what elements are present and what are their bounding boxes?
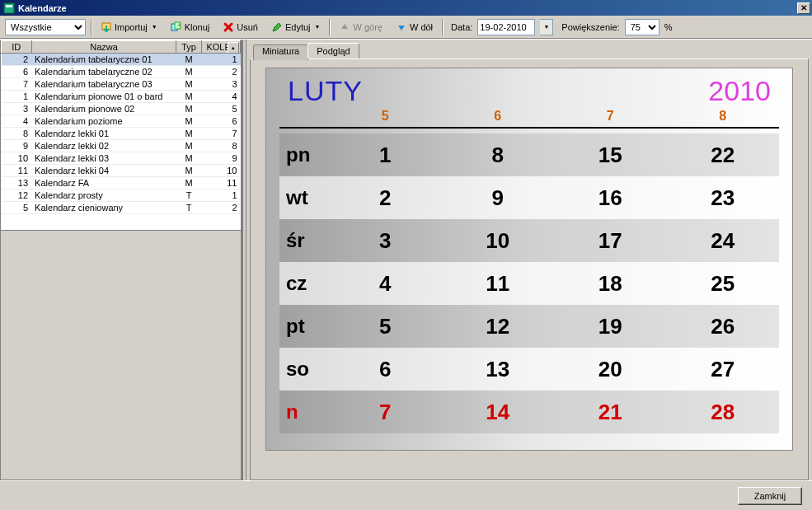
cell-id: 3 <box>2 103 32 115</box>
calendar-month: LUTY <box>288 75 363 107</box>
table-row[interactable]: 5Kalendarz cieniowanyT2 <box>2 202 241 214</box>
calendar-day: 27 <box>667 357 780 382</box>
zoom-select[interactable]: 75 <box>625 19 659 35</box>
cell-typ: M <box>176 103 201 115</box>
calendar-day: 8 <box>442 143 555 168</box>
day-of-week-label: wt <box>279 186 329 209</box>
table-row[interactable]: 13Kalendarz FAM11 <box>2 177 241 189</box>
toolbar: Wszystkie Importuj ▼ + Klonuj Usuń Edytu… <box>0 16 812 39</box>
cell-name: Kalendarium pionowe 01 o bard <box>31 91 176 103</box>
import-button[interactable]: Importuj ▼ <box>96 19 162 35</box>
date-label: Data: <box>451 22 472 32</box>
tabs: Miniatura Podgląd <box>253 43 809 58</box>
calendar-day: 22 <box>667 143 780 168</box>
calendar-day: 23 <box>667 185 780 211</box>
calendar-row: wt291623 <box>279 176 779 219</box>
calendar-day: 15 <box>554 143 667 168</box>
calendar-day: 4 <box>329 271 442 297</box>
col-header-typ[interactable]: Typ <box>176 41 201 54</box>
filter-select[interactable]: Wszystkie <box>5 19 86 35</box>
cell-name: Kalendarz lekki 04 <box>31 165 176 177</box>
window-close-button[interactable]: ✕ <box>797 2 810 14</box>
preview-panel: LUTY 2010 5678 pn181522wt291623śr3101724… <box>250 58 809 480</box>
cell-name: Kalendarz lekki 02 <box>31 140 176 152</box>
calendar-day: 20 <box>554 357 667 382</box>
calendar-day: 17 <box>554 228 667 254</box>
week-number: 7 <box>554 109 667 124</box>
cell-name: Kalendarz prosty <box>31 189 176 202</box>
calendar-list-grid[interactable]: ID Nazwa Typ KOLEJ 2Kalendarium tabelary… <box>0 40 242 231</box>
main-area: ID Nazwa Typ KOLEJ 2Kalendarium tabelary… <box>0 39 812 480</box>
cell-id: 5 <box>2 202 32 214</box>
table-row[interactable]: 2Kalendarium tabelaryczne 01M1 <box>2 54 241 66</box>
calendar-day: 18 <box>554 271 667 297</box>
table-row[interactable]: 1Kalendarium pionowe 01 o bardM4 <box>2 91 241 103</box>
cell-typ: M <box>176 66 201 78</box>
close-button[interactable]: Zamknij <box>738 487 802 505</box>
clone-icon: + <box>171 21 182 33</box>
calendar-day: 12 <box>442 314 555 339</box>
zoom-label: Powiększenie: <box>561 22 619 32</box>
clone-button[interactable]: + Klonuj <box>167 19 214 35</box>
cell-name: Kalendarium poziome <box>31 115 176 128</box>
cell-typ: M <box>176 78 201 91</box>
cell-name: Kalendarium tabelaryczne 03 <box>31 78 176 91</box>
cell-typ: T <box>176 189 201 202</box>
move-up-button[interactable]: W górę <box>335 19 386 35</box>
table-row[interactable]: 3Kalendarium pionowe 02M5 <box>2 103 241 115</box>
cell-kolej: 11 <box>201 177 240 189</box>
table-row[interactable]: 7Kalendarium tabelaryczne 03M3 <box>2 78 241 91</box>
table-row[interactable]: 8Kalendarz lekki 01M7 <box>2 128 241 140</box>
col-header-name[interactable]: Nazwa <box>31 41 176 54</box>
table-row[interactable]: 4Kalendarium poziomeM6 <box>2 115 241 128</box>
date-dropdown-button[interactable]: ▼ <box>540 19 553 35</box>
move-up-label: W górę <box>353 22 382 32</box>
calendar-day: 2 <box>329 185 442 211</box>
calendar-day: 14 <box>442 400 555 425</box>
toolbar-separator <box>442 19 443 35</box>
tab-miniature[interactable]: Miniatura <box>253 44 308 60</box>
cell-id: 12 <box>2 189 32 202</box>
delete-button[interactable]: Usuń <box>218 19 262 35</box>
date-input[interactable] <box>477 19 535 35</box>
calendar-year: 2010 <box>708 75 771 107</box>
table-row[interactable]: 10Kalendarz lekki 03M9 <box>2 152 241 165</box>
cell-name: Kalendarz FA <box>31 177 176 189</box>
table-row[interactable]: 9Kalendarz lekki 02M8 <box>2 140 241 152</box>
calendar-day: 9 <box>442 185 555 211</box>
move-down-button[interactable]: W dół <box>392 19 437 35</box>
app-icon <box>3 2 15 14</box>
cell-kolej: 8 <box>201 140 240 152</box>
cell-typ: M <box>176 128 201 140</box>
calendar-day: 26 <box>667 314 780 339</box>
cell-typ: T <box>176 202 201 214</box>
cell-typ: M <box>176 152 201 165</box>
calendar-row: n7142128 <box>279 391 779 433</box>
edit-icon <box>271 21 283 33</box>
col-header-id[interactable]: ID <box>2 41 32 54</box>
calendar-day: 19 <box>554 314 667 339</box>
cell-id: 8 <box>2 128 32 140</box>
edit-label: Edytuj <box>285 22 311 32</box>
cell-kolej: 6 <box>201 115 240 128</box>
cell-kolej: 4 <box>201 91 240 103</box>
zoom-suffix: % <box>664 22 673 32</box>
cell-id: 9 <box>2 140 32 152</box>
table-row[interactable]: 12Kalendarz prostyT1 <box>2 189 241 202</box>
table-row[interactable]: 6Kalendarium tabelaryczne 02M2 <box>2 66 241 78</box>
calendar-week-numbers: 5678 <box>279 109 779 124</box>
chevron-down-icon: ▼ <box>315 24 321 30</box>
table-row[interactable]: 11Kalendarz lekki 04M10 <box>2 165 241 177</box>
scroll-up-button[interactable]: ▴ <box>228 42 239 54</box>
cell-typ: M <box>176 140 201 152</box>
delete-label: Usuń <box>237 22 258 32</box>
cell-id: 13 <box>2 177 32 189</box>
cell-id: 7 <box>2 78 32 91</box>
edit-button[interactable]: Edytuj ▼ <box>267 19 325 35</box>
tab-preview[interactable]: Podgląd <box>307 43 359 58</box>
cell-typ: M <box>176 91 201 103</box>
chevron-down-icon: ▼ <box>152 24 157 30</box>
calendar-row: pn181522 <box>279 133 779 176</box>
left-pane: ID Nazwa Typ KOLEJ 2Kalendarium tabelary… <box>0 40 243 480</box>
svg-rect-0 <box>4 3 14 13</box>
